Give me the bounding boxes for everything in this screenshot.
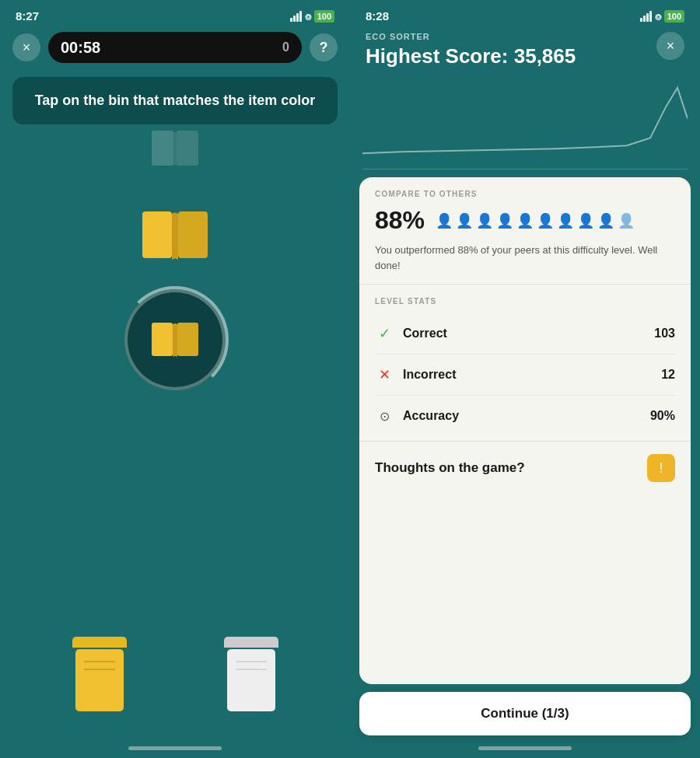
chart-line bbox=[362, 88, 688, 153]
help-button[interactable]: ? bbox=[310, 33, 338, 61]
bin-line-2 bbox=[84, 669, 115, 670]
right-panel: 8:28 ⌾ 100 ECO SORTER Highest Score: 35,… bbox=[350, 0, 700, 758]
results-card: COMPARE TO OTHERS 88% 👤 👤 👤 👤 👤 👤 👤 👤 👤 … bbox=[359, 177, 691, 684]
correct-stat-row: ✓ Correct 103 bbox=[375, 313, 675, 355]
white-bin-body bbox=[227, 649, 275, 711]
svg-rect-5 bbox=[177, 323, 198, 356]
svg-rect-3 bbox=[178, 211, 208, 258]
incorrect-stat-row: ✕ Incorrect 12 bbox=[375, 355, 675, 396]
timer-display: 00:58 bbox=[61, 39, 100, 57]
x-mark-icon: ✕ bbox=[375, 365, 394, 384]
feedback-button[interactable]: ! bbox=[647, 454, 675, 482]
person-8: 👤 bbox=[577, 212, 594, 229]
bottom-bar-right bbox=[350, 746, 700, 758]
game-header: × 00:58 0 ? bbox=[0, 27, 350, 71]
svg-rect-2 bbox=[142, 211, 172, 258]
thoughts-label: Thoughts on the game? bbox=[375, 460, 525, 476]
person-6: 👤 bbox=[537, 212, 554, 229]
svg-rect-0 bbox=[152, 131, 173, 166]
score-display: 0 bbox=[282, 40, 289, 54]
score-chart bbox=[362, 76, 688, 169]
white-bin[interactable] bbox=[224, 637, 278, 711]
status-bar-right: 8:28 ⌾ 100 bbox=[350, 0, 700, 27]
yellow-bin-lid bbox=[72, 637, 127, 648]
bin-line-3 bbox=[236, 661, 267, 662]
timer-bar: 00:58 0 bbox=[48, 32, 302, 63]
bin-line-4 bbox=[236, 669, 267, 670]
yellow-bin[interactable] bbox=[72, 637, 127, 711]
accuracy-value: 90% bbox=[650, 409, 675, 423]
circular-target[interactable] bbox=[124, 289, 226, 390]
incorrect-value: 12 bbox=[661, 368, 675, 382]
bin-line-1 bbox=[84, 661, 115, 662]
person-1: 👤 bbox=[436, 212, 453, 229]
app-name-label: ECO SORTER bbox=[366, 32, 576, 41]
person-9: 👤 bbox=[597, 212, 614, 229]
ghost-book-top bbox=[144, 127, 206, 173]
thoughts-section: Thoughts on the game? ! bbox=[359, 442, 691, 494]
continue-button[interactable]: Continue (1/3) bbox=[359, 692, 691, 735]
wifi-icon-right: ⌾ bbox=[655, 10, 661, 23]
status-bar-left: 8:27 ⌾ 100 bbox=[0, 0, 350, 27]
accuracy-label: Accuracy bbox=[403, 409, 459, 423]
close-button-right[interactable]: × bbox=[656, 32, 684, 60]
compare-percent: 88% bbox=[375, 206, 425, 235]
svg-rect-4 bbox=[152, 323, 173, 356]
bins-row bbox=[0, 637, 350, 711]
compare-row: 88% 👤 👤 👤 👤 👤 👤 👤 👤 👤 👤 bbox=[375, 206, 675, 235]
signal-icon-right bbox=[640, 11, 652, 22]
status-icons-right: ⌾ 100 bbox=[640, 9, 684, 23]
highest-score-label: Highest Score: 35,865 bbox=[366, 44, 576, 68]
wifi-icon-left: ⌾ bbox=[305, 10, 311, 23]
person-2: 👤 bbox=[456, 212, 473, 229]
person-10: 👤 bbox=[618, 212, 635, 229]
feedback-icon-symbol: ! bbox=[659, 460, 663, 477]
checkmark-icon: ✓ bbox=[375, 324, 394, 343]
svg-rect-1 bbox=[177, 131, 198, 166]
stats-label: LEVEL STATS bbox=[375, 297, 675, 306]
time-right: 8:28 bbox=[366, 9, 389, 23]
results-title-group: ECO SORTER Highest Score: 35,865 bbox=[366, 32, 576, 68]
game-area bbox=[0, 131, 350, 758]
people-icons: 👤 👤 👤 👤 👤 👤 👤 👤 👤 👤 bbox=[436, 212, 635, 229]
time-left: 8:27 bbox=[16, 9, 39, 23]
close-button-left[interactable]: × bbox=[12, 33, 40, 61]
battery-icon-left: 100 bbox=[314, 10, 334, 23]
results-header: ECO SORTER Highest Score: 35,865 × bbox=[350, 27, 700, 76]
white-bin-lid bbox=[224, 637, 278, 648]
home-indicator-right bbox=[478, 746, 572, 750]
stats-section: LEVEL STATS ✓ Correct 103 ✕ Incorrect 12 bbox=[359, 285, 691, 442]
person-5: 👤 bbox=[516, 212, 534, 229]
left-panel: 8:27 ⌾ 100 × 00:58 0 ? Tap on the bin th… bbox=[0, 0, 350, 758]
instruction-text: Tap on the bin that matches the item col… bbox=[35, 93, 316, 108]
home-indicator-left bbox=[128, 746, 222, 750]
compare-section: COMPARE TO OTHERS 88% 👤 👤 👤 👤 👤 👤 👤 👤 👤 … bbox=[359, 177, 691, 285]
correct-stat-left: ✓ Correct bbox=[375, 324, 447, 343]
person-7: 👤 bbox=[557, 212, 574, 229]
accuracy-stat-row: ⊙ Accuracy 90% bbox=[375, 396, 675, 436]
instruction-box: Tap on the bin that matches the item col… bbox=[12, 77, 338, 124]
yellow-bin-body bbox=[75, 649, 124, 711]
incorrect-stat-left: ✕ Incorrect bbox=[375, 365, 456, 384]
battery-icon-right: 100 bbox=[664, 10, 684, 23]
accuracy-stat-left: ⊙ Accuracy bbox=[375, 407, 459, 425]
person-3: 👤 bbox=[476, 212, 493, 229]
compare-label: COMPARE TO OTHERS bbox=[375, 190, 675, 198]
correct-label: Correct bbox=[403, 327, 447, 341]
status-icons-left: ⌾ 100 bbox=[290, 9, 334, 23]
item-book bbox=[136, 208, 214, 266]
bullseye-icon: ⊙ bbox=[375, 407, 394, 425]
correct-value: 103 bbox=[654, 327, 675, 341]
compare-description: You outperformed 88% of your peers at th… bbox=[375, 243, 675, 273]
person-4: 👤 bbox=[496, 212, 513, 229]
signal-icon-left bbox=[290, 11, 302, 22]
incorrect-label: Incorrect bbox=[403, 368, 456, 382]
